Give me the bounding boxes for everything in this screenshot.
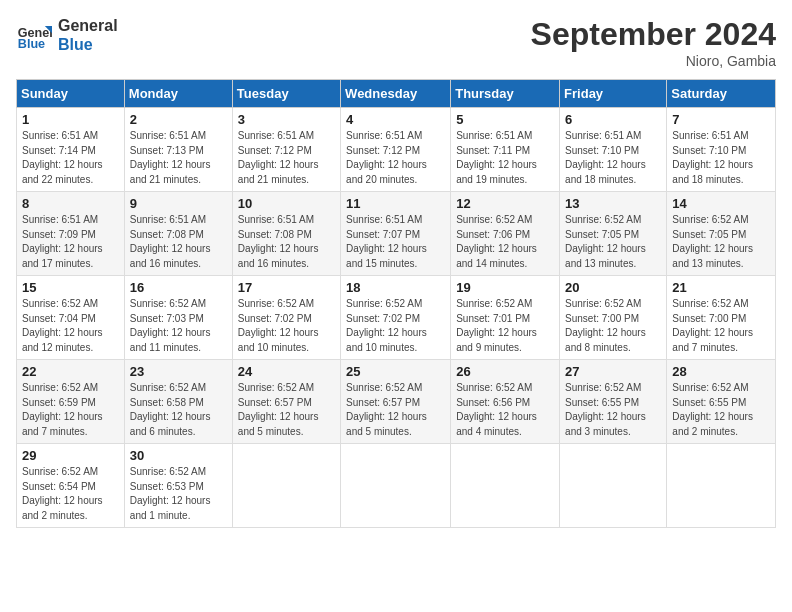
calendar-cell: 16Sunrise: 6:52 AM Sunset: 7:03 PM Dayli… xyxy=(124,276,232,360)
calendar-cell: 10Sunrise: 6:51 AM Sunset: 7:08 PM Dayli… xyxy=(232,192,340,276)
day-info: Sunrise: 6:52 AM Sunset: 7:02 PM Dayligh… xyxy=(346,298,427,353)
day-number: 9 xyxy=(130,196,227,211)
day-info: Sunrise: 6:51 AM Sunset: 7:07 PM Dayligh… xyxy=(346,214,427,269)
day-info: Sunrise: 6:51 AM Sunset: 7:11 PM Dayligh… xyxy=(456,130,537,185)
day-info: Sunrise: 6:52 AM Sunset: 6:59 PM Dayligh… xyxy=(22,382,103,437)
day-number: 24 xyxy=(238,364,335,379)
day-number: 28 xyxy=(672,364,770,379)
day-info: Sunrise: 6:51 AM Sunset: 7:10 PM Dayligh… xyxy=(672,130,753,185)
logo-text-general: General xyxy=(58,16,118,35)
day-number: 5 xyxy=(456,112,554,127)
day-number: 6 xyxy=(565,112,661,127)
day-number: 25 xyxy=(346,364,445,379)
month-title: September 2024 xyxy=(531,16,776,53)
day-info: Sunrise: 6:52 AM Sunset: 7:00 PM Dayligh… xyxy=(565,298,646,353)
calendar-table: SundayMondayTuesdayWednesdayThursdayFrid… xyxy=(16,79,776,528)
day-number: 27 xyxy=(565,364,661,379)
calendar-cell: 8Sunrise: 6:51 AM Sunset: 7:09 PM Daylig… xyxy=(17,192,125,276)
day-number: 13 xyxy=(565,196,661,211)
day-number: 22 xyxy=(22,364,119,379)
calendar-cell: 23Sunrise: 6:52 AM Sunset: 6:58 PM Dayli… xyxy=(124,360,232,444)
day-info: Sunrise: 6:52 AM Sunset: 6:56 PM Dayligh… xyxy=(456,382,537,437)
weekday-header: Saturday xyxy=(667,80,776,108)
calendar-cell: 28Sunrise: 6:52 AM Sunset: 6:55 PM Dayli… xyxy=(667,360,776,444)
day-number: 21 xyxy=(672,280,770,295)
day-info: Sunrise: 6:52 AM Sunset: 7:03 PM Dayligh… xyxy=(130,298,211,353)
day-info: Sunrise: 6:51 AM Sunset: 7:08 PM Dayligh… xyxy=(238,214,319,269)
calendar-cell: 20Sunrise: 6:52 AM Sunset: 7:00 PM Dayli… xyxy=(560,276,667,360)
day-number: 14 xyxy=(672,196,770,211)
calendar-cell: 21Sunrise: 6:52 AM Sunset: 7:00 PM Dayli… xyxy=(667,276,776,360)
day-number: 11 xyxy=(346,196,445,211)
location: Nioro, Gambia xyxy=(531,53,776,69)
calendar-cell xyxy=(667,444,776,528)
day-number: 19 xyxy=(456,280,554,295)
calendar-cell xyxy=(451,444,560,528)
day-info: Sunrise: 6:52 AM Sunset: 7:02 PM Dayligh… xyxy=(238,298,319,353)
calendar-cell: 11Sunrise: 6:51 AM Sunset: 7:07 PM Dayli… xyxy=(341,192,451,276)
day-info: Sunrise: 6:52 AM Sunset: 6:53 PM Dayligh… xyxy=(130,466,211,521)
calendar-cell xyxy=(560,444,667,528)
day-info: Sunrise: 6:52 AM Sunset: 6:54 PM Dayligh… xyxy=(22,466,103,521)
day-info: Sunrise: 6:51 AM Sunset: 7:14 PM Dayligh… xyxy=(22,130,103,185)
calendar-cell: 17Sunrise: 6:52 AM Sunset: 7:02 PM Dayli… xyxy=(232,276,340,360)
logo-text-blue: Blue xyxy=(58,35,118,54)
calendar-cell: 26Sunrise: 6:52 AM Sunset: 6:56 PM Dayli… xyxy=(451,360,560,444)
day-number: 16 xyxy=(130,280,227,295)
svg-text:Blue: Blue xyxy=(18,37,45,51)
weekday-header: Tuesday xyxy=(232,80,340,108)
day-number: 23 xyxy=(130,364,227,379)
weekday-header: Wednesday xyxy=(341,80,451,108)
calendar-cell: 14Sunrise: 6:52 AM Sunset: 7:05 PM Dayli… xyxy=(667,192,776,276)
weekday-header: Friday xyxy=(560,80,667,108)
day-number: 1 xyxy=(22,112,119,127)
calendar-cell: 18Sunrise: 6:52 AM Sunset: 7:02 PM Dayli… xyxy=(341,276,451,360)
day-info: Sunrise: 6:52 AM Sunset: 6:57 PM Dayligh… xyxy=(346,382,427,437)
day-info: Sunrise: 6:52 AM Sunset: 7:04 PM Dayligh… xyxy=(22,298,103,353)
calendar-cell xyxy=(341,444,451,528)
calendar-cell: 30Sunrise: 6:52 AM Sunset: 6:53 PM Dayli… xyxy=(124,444,232,528)
calendar-cell xyxy=(232,444,340,528)
day-number: 26 xyxy=(456,364,554,379)
day-number: 2 xyxy=(130,112,227,127)
page-header: General Blue General Blue September 2024… xyxy=(16,16,776,69)
day-info: Sunrise: 6:51 AM Sunset: 7:08 PM Dayligh… xyxy=(130,214,211,269)
calendar-cell: 5Sunrise: 6:51 AM Sunset: 7:11 PM Daylig… xyxy=(451,108,560,192)
day-number: 4 xyxy=(346,112,445,127)
calendar-cell: 7Sunrise: 6:51 AM Sunset: 7:10 PM Daylig… xyxy=(667,108,776,192)
calendar-cell: 9Sunrise: 6:51 AM Sunset: 7:08 PM Daylig… xyxy=(124,192,232,276)
weekday-header: Thursday xyxy=(451,80,560,108)
day-info: Sunrise: 6:52 AM Sunset: 6:55 PM Dayligh… xyxy=(672,382,753,437)
day-number: 10 xyxy=(238,196,335,211)
day-info: Sunrise: 6:51 AM Sunset: 7:12 PM Dayligh… xyxy=(238,130,319,185)
calendar-cell: 12Sunrise: 6:52 AM Sunset: 7:06 PM Dayli… xyxy=(451,192,560,276)
day-info: Sunrise: 6:51 AM Sunset: 7:10 PM Dayligh… xyxy=(565,130,646,185)
day-info: Sunrise: 6:52 AM Sunset: 6:55 PM Dayligh… xyxy=(565,382,646,437)
day-info: Sunrise: 6:52 AM Sunset: 7:06 PM Dayligh… xyxy=(456,214,537,269)
calendar-header: SundayMondayTuesdayWednesdayThursdayFrid… xyxy=(17,80,776,108)
day-number: 29 xyxy=(22,448,119,463)
day-info: Sunrise: 6:51 AM Sunset: 7:13 PM Dayligh… xyxy=(130,130,211,185)
day-number: 17 xyxy=(238,280,335,295)
calendar-cell: 19Sunrise: 6:52 AM Sunset: 7:01 PM Dayli… xyxy=(451,276,560,360)
calendar-cell: 1Sunrise: 6:51 AM Sunset: 7:14 PM Daylig… xyxy=(17,108,125,192)
day-info: Sunrise: 6:51 AM Sunset: 7:09 PM Dayligh… xyxy=(22,214,103,269)
logo-icon: General Blue xyxy=(16,17,52,53)
calendar-cell: 24Sunrise: 6:52 AM Sunset: 6:57 PM Dayli… xyxy=(232,360,340,444)
day-number: 3 xyxy=(238,112,335,127)
day-number: 20 xyxy=(565,280,661,295)
day-info: Sunrise: 6:52 AM Sunset: 7:00 PM Dayligh… xyxy=(672,298,753,353)
logo: General Blue General Blue xyxy=(16,16,118,54)
calendar-cell: 29Sunrise: 6:52 AM Sunset: 6:54 PM Dayli… xyxy=(17,444,125,528)
calendar-cell: 13Sunrise: 6:52 AM Sunset: 7:05 PM Dayli… xyxy=(560,192,667,276)
day-info: Sunrise: 6:52 AM Sunset: 6:58 PM Dayligh… xyxy=(130,382,211,437)
day-number: 8 xyxy=(22,196,119,211)
day-number: 18 xyxy=(346,280,445,295)
day-info: Sunrise: 6:52 AM Sunset: 6:57 PM Dayligh… xyxy=(238,382,319,437)
calendar-cell: 3Sunrise: 6:51 AM Sunset: 7:12 PM Daylig… xyxy=(232,108,340,192)
day-info: Sunrise: 6:52 AM Sunset: 7:05 PM Dayligh… xyxy=(672,214,753,269)
day-number: 30 xyxy=(130,448,227,463)
calendar-cell: 27Sunrise: 6:52 AM Sunset: 6:55 PM Dayli… xyxy=(560,360,667,444)
day-number: 15 xyxy=(22,280,119,295)
calendar-cell: 2Sunrise: 6:51 AM Sunset: 7:13 PM Daylig… xyxy=(124,108,232,192)
